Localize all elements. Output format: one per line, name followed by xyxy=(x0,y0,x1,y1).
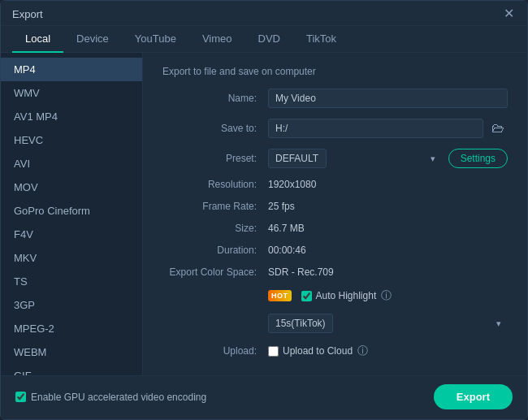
sidebar-item-mov[interactable]: MOV xyxy=(1,175,142,199)
gpu-encoding-label[interactable]: Enable GPU accelerated video encoding xyxy=(15,392,206,403)
highlight-controls: HOT Auto Highlight ⓘ xyxy=(268,288,392,303)
export-dialog: Export ✕ Local Device YouTube Vimeo DVD … xyxy=(0,0,528,420)
auto-highlight-info-icon[interactable]: ⓘ xyxy=(381,288,392,303)
color-space-label: Export Color Space: xyxy=(162,266,268,278)
sidebar-item-wmv[interactable]: WMV xyxy=(1,81,142,105)
tab-device[interactable]: Device xyxy=(63,26,122,53)
close-button[interactable]: ✕ xyxy=(502,7,516,20)
upload-controls: Upload to Cloud ⓘ xyxy=(268,344,368,358)
color-space-value: SDR - Rec.709 xyxy=(268,266,508,278)
preset-select[interactable]: DEFAULT Custom xyxy=(268,149,327,168)
resolution-label: Resolution: xyxy=(162,179,268,190)
sidebar-item-av1mp4[interactable]: AV1 MP4 xyxy=(1,105,142,128)
gpu-encoding-checkbox[interactable] xyxy=(15,392,26,402)
tab-tiktok[interactable]: TikTok xyxy=(293,26,349,53)
auto-highlight-label[interactable]: Auto Highlight xyxy=(301,290,377,301)
sidebar-item-hevc[interactable]: HEVC xyxy=(1,128,142,152)
gpu-encoding-text: Enable GPU accelerated video encoding xyxy=(31,392,206,403)
preset-row: Preset: DEFAULT Custom Settings xyxy=(162,149,508,168)
color-space-row: Export Color Space: SDR - Rec.709 xyxy=(162,266,508,278)
title-bar: Export ✕ xyxy=(1,1,527,26)
name-label: Name: xyxy=(162,93,268,104)
dialog-title: Export xyxy=(12,8,43,20)
save-to-label: Save to: xyxy=(162,123,268,134)
sidebar-item-mp4[interactable]: MP4 xyxy=(1,58,142,81)
resolution-value: 1920x1080 xyxy=(268,179,508,190)
frame-rate-value: 25 fps xyxy=(268,201,508,212)
name-input[interactable] xyxy=(268,89,508,108)
sidebar-item-mpeg2[interactable]: MPEG-2 xyxy=(1,317,142,340)
tab-local[interactable]: Local xyxy=(12,26,63,53)
upload-cloud-info-icon[interactable]: ⓘ xyxy=(357,344,368,358)
preset-select-wrapper: DEFAULT Custom xyxy=(268,149,442,168)
sidebar-item-3gp[interactable]: 3GP xyxy=(1,293,142,317)
export-button[interactable]: Export xyxy=(434,384,513,409)
frame-rate-row: Frame Rate: 25 fps xyxy=(162,201,508,212)
tab-youtube[interactable]: YouTube xyxy=(122,26,189,53)
name-row: Name: xyxy=(162,89,508,108)
tiktok-select-row: 15s(TikTok) 60s(TikTok) Custom xyxy=(162,314,508,333)
dialog-footer: Enable GPU accelerated video encoding Ex… xyxy=(1,375,527,419)
upload-cloud-label[interactable]: Upload to Cloud xyxy=(268,345,353,357)
preset-controls: DEFAULT Custom Settings xyxy=(268,149,508,168)
auto-highlight-text: Auto Highlight xyxy=(316,290,377,301)
upload-row: Upload: Upload to Cloud ⓘ xyxy=(162,344,508,358)
tiktok-select-controls: 15s(TikTok) 60s(TikTok) Custom xyxy=(268,314,508,333)
size-value: 46.7 MB xyxy=(268,223,508,234)
tiktok-select-wrapper: 15s(TikTok) 60s(TikTok) Custom xyxy=(268,314,508,333)
sidebar-item-webm[interactable]: WEBM xyxy=(1,340,142,364)
duration-row: Duration: 00:00:46 xyxy=(162,245,508,256)
tab-vimeo[interactable]: Vimeo xyxy=(189,26,245,53)
size-row: Size: 46.7 MB xyxy=(162,223,508,234)
format-sidebar: MP4 WMV AV1 MP4 HEVC AVI MOV GoPro Cinef… xyxy=(1,53,143,375)
tab-dvd[interactable]: DVD xyxy=(245,26,293,53)
tab-bar: Local Device YouTube Vimeo DVD TikTok xyxy=(1,26,527,53)
auto-highlight-checkbox[interactable] xyxy=(301,291,312,301)
settings-button[interactable]: Settings xyxy=(448,149,508,168)
sidebar-item-f4v[interactable]: F4V xyxy=(1,223,142,246)
export-hint: Export to file and save on computer xyxy=(162,66,508,77)
upload-label: Upload: xyxy=(162,345,268,357)
preset-label: Preset: xyxy=(162,153,268,164)
auto-highlight-row: HOT Auto Highlight ⓘ xyxy=(162,288,508,303)
tiktok-duration-select[interactable]: 15s(TikTok) 60s(TikTok) Custom xyxy=(268,314,333,333)
sidebar-item-gif[interactable]: GIF xyxy=(1,364,142,375)
settings-panel: Export to file and save on computer Name… xyxy=(143,53,527,375)
browse-folder-button[interactable]: 🗁 xyxy=(488,119,508,137)
resolution-row: Resolution: 1920x1080 xyxy=(162,179,508,190)
folder-icon: 🗁 xyxy=(491,121,504,135)
save-to-row: Save to: 🗁 xyxy=(162,119,508,138)
upload-cloud-text: Upload to Cloud xyxy=(283,345,353,357)
path-row: 🗁 xyxy=(268,119,508,138)
hot-badge: HOT xyxy=(268,290,292,301)
size-label: Size: xyxy=(162,223,268,234)
sidebar-item-mkv[interactable]: MKV xyxy=(1,246,142,270)
save-path-input[interactable] xyxy=(268,119,483,138)
sidebar-item-avi[interactable]: AVI xyxy=(1,152,142,175)
duration-value: 00:00:46 xyxy=(268,245,508,256)
content-area: MP4 WMV AV1 MP4 HEVC AVI MOV GoPro Cinef… xyxy=(1,53,527,375)
duration-label: Duration: xyxy=(162,245,268,256)
sidebar-item-ts[interactable]: TS xyxy=(1,270,142,293)
sidebar-item-gopro[interactable]: GoPro Cineform xyxy=(1,199,142,223)
upload-cloud-checkbox[interactable] xyxy=(268,346,279,357)
frame-rate-label: Frame Rate: xyxy=(162,201,268,212)
